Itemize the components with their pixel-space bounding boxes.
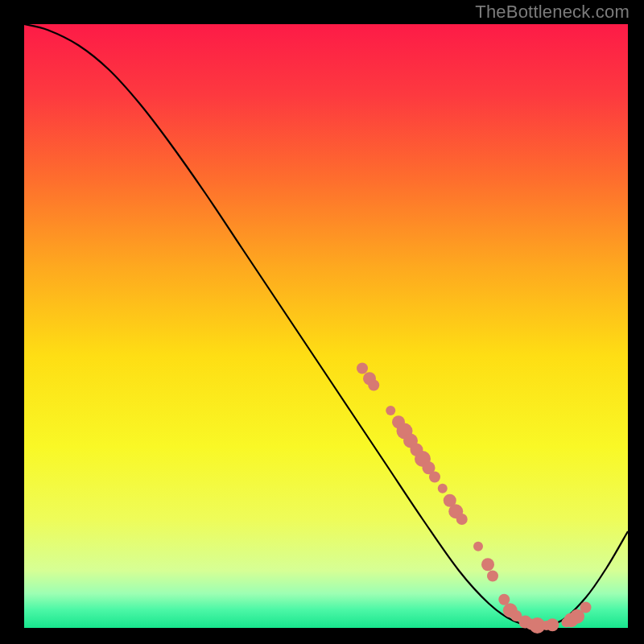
data-marker	[473, 542, 483, 551]
data-marker	[481, 558, 494, 571]
data-marker	[546, 618, 559, 631]
data-marker	[386, 406, 395, 415]
data-marker	[429, 472, 440, 483]
data-marker	[368, 380, 379, 391]
chart-svg	[0, 0, 644, 644]
data-marker	[438, 484, 448, 493]
data-marker	[580, 602, 592, 613]
plot-background	[24, 24, 628, 628]
data-marker	[487, 571, 498, 582]
watermark-text: TheBottleneck.com	[475, 2, 630, 23]
data-marker	[357, 363, 368, 374]
chart-stage: TheBottleneck.com	[0, 0, 644, 644]
data-marker	[456, 514, 468, 525]
